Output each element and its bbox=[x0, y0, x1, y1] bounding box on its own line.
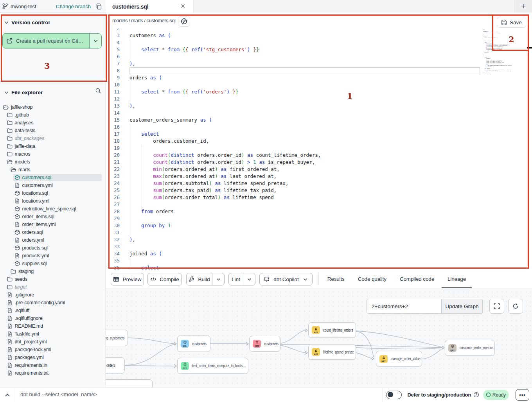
tab-code-quality[interactable]: Code quality bbox=[351, 270, 393, 288]
lineage-node-customers[interactable]: SEMcustomers bbox=[249, 336, 280, 352]
code-line[interactable]: 27 bbox=[106, 201, 482, 208]
file-tree-item-products-yml[interactable]: products.yml bbox=[0, 252, 105, 260]
file-tree-item-customers-yml[interactable]: customers.yml bbox=[0, 181, 105, 189]
change-branch-link[interactable]: Change branch bbox=[56, 4, 91, 9]
code-line[interactable]: 9orders as ( bbox=[106, 74, 482, 81]
update-graph-button[interactable]: Update Graph bbox=[442, 299, 483, 314]
refresh-button[interactable] bbox=[508, 299, 523, 314]
create-pull-request-button[interactable]: Create a pull request on Git… bbox=[2, 33, 102, 48]
new-tab-button[interactable]: + bbox=[519, 2, 528, 11]
code-line[interactable]: 2 bbox=[106, 29, 482, 32]
lineage-node-lifetime-spend-pretax[interactable]: METlifetime_spend_pretax bbox=[308, 344, 356, 360]
pull-request-dropdown[interactable] bbox=[89, 34, 101, 48]
tab-compiled-code[interactable]: Compiled code bbox=[393, 270, 441, 288]
file-tree-item-staging[interactable]: staging bbox=[0, 267, 105, 275]
file-tree-item-taskfile-yml[interactable]: Taskfile.yml bbox=[0, 330, 105, 338]
file-tree-item-jaffle-data[interactable]: jaffle-data bbox=[0, 142, 105, 150]
file-tree-item-customers-sql[interactable]: customers.sql bbox=[0, 174, 105, 181]
lineage-node-customer-order-metrics[interactable]: QRYcustomer_order_metrics bbox=[445, 340, 495, 356]
code-line[interactable]: 34joined as ( bbox=[106, 250, 482, 257]
code-line[interactable]: 18 orders.customer_id, bbox=[106, 138, 482, 145]
code-line[interactable]: 17 select bbox=[106, 131, 482, 138]
code-editor[interactable]: 23customers as (45 select * from {{ ref(… bbox=[106, 29, 532, 270]
file-tree-item--github[interactable]: .github bbox=[0, 111, 105, 119]
code-line[interactable]: 10 bbox=[106, 81, 482, 88]
tab-results[interactable]: Results bbox=[321, 270, 351, 288]
copy-branch-icon[interactable] bbox=[95, 3, 102, 10]
file-tree-item--gitignore[interactable]: .gitignore bbox=[0, 291, 105, 299]
file-tree-item-supplies-sql[interactable]: supplies.sql bbox=[0, 260, 105, 267]
code-line[interactable]: 30 group by 1 bbox=[106, 222, 482, 229]
file-tree-item--sqlfluff[interactable]: .sqlfluff bbox=[0, 307, 105, 314]
save-button[interactable]: Save bbox=[497, 17, 526, 28]
file-tree-item-order-items-yml[interactable]: order_items.yml bbox=[0, 221, 105, 228]
lineage-node-test-order-items-compute-to-bools-[interactable]: TSTtest_order_items_compute_to_bools… bbox=[177, 358, 248, 374]
file-tree-item-metricflow-time-spine-sql[interactable]: metricflow_time_spine.sql bbox=[0, 205, 105, 213]
tab-customers-sql[interactable]: customers.sql bbox=[106, 0, 194, 13]
file-tree-item--sqlfluffignore[interactable]: .sqlfluffignore bbox=[0, 314, 105, 322]
build-button[interactable]: Build bbox=[186, 273, 225, 285]
code-line[interactable]: 15customer_orders_summary as ( bbox=[106, 117, 482, 124]
defer-toggle[interactable] bbox=[386, 391, 402, 399]
version-control-header[interactable]: Version control bbox=[0, 16, 105, 28]
file-tree-item-macros[interactable]: macros bbox=[0, 150, 105, 158]
tab-lineage[interactable]: Lineage bbox=[441, 270, 473, 288]
help-icon[interactable] bbox=[473, 392, 479, 398]
code-line[interactable]: 19 bbox=[106, 145, 482, 152]
compile-button[interactable]: Compile bbox=[147, 273, 182, 285]
code-line[interactable]: 11 select * from {{ ref('orders') }} bbox=[106, 88, 482, 95]
code-line[interactable]: 25 sum(orders.tax_paid) as lifetime_tax_… bbox=[106, 187, 482, 194]
file-tree-item--pre-commit-config-yaml[interactable]: .pre-commit-config.yaml bbox=[0, 299, 105, 307]
command-hint[interactable]: dbt build --select <model_name> bbox=[20, 391, 97, 397]
preview-button[interactable]: Preview bbox=[111, 273, 144, 285]
search-icon[interactable] bbox=[95, 88, 101, 94]
lint-button[interactable]: Lint bbox=[228, 273, 255, 285]
file-tree-item-packages-yml[interactable]: packages.yml bbox=[0, 354, 105, 361]
code-line[interactable]: 36 select bbox=[106, 264, 482, 270]
file-tree-item-locations-sql[interactable]: locations.sql bbox=[0, 189, 105, 197]
file-tree-item-models[interactable]: models bbox=[0, 158, 105, 166]
lineage-node-orders[interactable]: MDLorders bbox=[106, 357, 125, 373]
file-tree-item-analyses[interactable]: analyses bbox=[0, 119, 105, 127]
file-tree-item-dbt-packages[interactable]: dbt_packages bbox=[0, 135, 105, 142]
code-line[interactable]: 16 bbox=[106, 124, 482, 131]
dropdown-caret[interactable] bbox=[212, 273, 224, 285]
create-pull-request-main[interactable]: Create a pull request on Git… bbox=[3, 34, 89, 48]
fullscreen-button[interactable] bbox=[489, 299, 504, 314]
file-tree-item-data-tests[interactable]: data-tests bbox=[0, 127, 105, 135]
file-tree-item-seeds[interactable]: seeds bbox=[0, 275, 105, 283]
file-tree-item-requirements-in[interactable]: requirements.in bbox=[0, 361, 105, 369]
copilot-button[interactable] bbox=[178, 16, 190, 27]
lineage-node-average-order-value[interactable]: METaverage_order_value bbox=[376, 351, 422, 367]
code-line[interactable]: 5 select * from {{ ref('stg_customers') … bbox=[106, 46, 482, 53]
code-line[interactable]: 22 min(orders.ordered_at) as first_order… bbox=[106, 166, 482, 173]
code-line[interactable]: 21 count(distinct orders.order_id) > 1 a… bbox=[106, 159, 482, 166]
code-line[interactable]: 24 sum(orders.subtotal) as lifetime_spen… bbox=[106, 180, 482, 187]
lineage-node-clipped[interactable] bbox=[106, 379, 153, 387]
code-line[interactable]: 32), bbox=[106, 236, 482, 243]
file-tree-item-package-lock-yml[interactable]: package-lock.yml bbox=[0, 346, 105, 354]
code-line[interactable]: 23 max(orders.ordered_at) as last_ordere… bbox=[106, 173, 482, 180]
code-line[interactable]: 3customers as ( bbox=[106, 32, 482, 39]
code-line[interactable]: 35 bbox=[106, 257, 482, 264]
file-explorer-header[interactable]: File explorer bbox=[0, 86, 105, 98]
file-tree-item-orders-sql[interactable]: orders.sql bbox=[0, 228, 105, 236]
dbt-copilot-button[interactable]: dbt Copilot bbox=[259, 273, 313, 285]
file-tree-item-jaffle-shop[interactable]: jaffle-shop bbox=[0, 103, 105, 111]
file-tree-item-products-sql[interactable]: products.sql bbox=[0, 244, 105, 252]
collapse-panel-icon[interactable] bbox=[3, 391, 12, 399]
code-line[interactable]: 14 bbox=[106, 109, 482, 117]
code-line[interactable]: 29 bbox=[106, 215, 482, 222]
code-line[interactable]: 13), bbox=[106, 102, 482, 109]
code-line[interactable]: 26 sum(orders.order_total) as lifetime_s… bbox=[106, 194, 482, 201]
file-tree-item-requirements-txt[interactable]: requirements.txt bbox=[0, 369, 105, 377]
code-line[interactable]: 20 count(distinct orders.order_id) as co… bbox=[106, 152, 482, 159]
file-tree-item-order-items-sql[interactable]: order_items.sql bbox=[0, 213, 105, 221]
dropdown-caret[interactable] bbox=[243, 273, 255, 285]
lineage-filter-input[interactable] bbox=[367, 299, 442, 314]
file-tree-item-locations-yml[interactable]: locations.yml bbox=[0, 197, 105, 205]
minimap[interactable]: withcustomers as ( select * from {{ ref(… bbox=[482, 29, 527, 270]
lineage-node-stg-customers[interactable]: MDLstg_customers bbox=[106, 330, 128, 346]
lineage-node-count-lifetime-orders[interactable]: METcount_lifetime_orders bbox=[308, 322, 356, 338]
code-line[interactable]: 31 bbox=[106, 229, 482, 236]
